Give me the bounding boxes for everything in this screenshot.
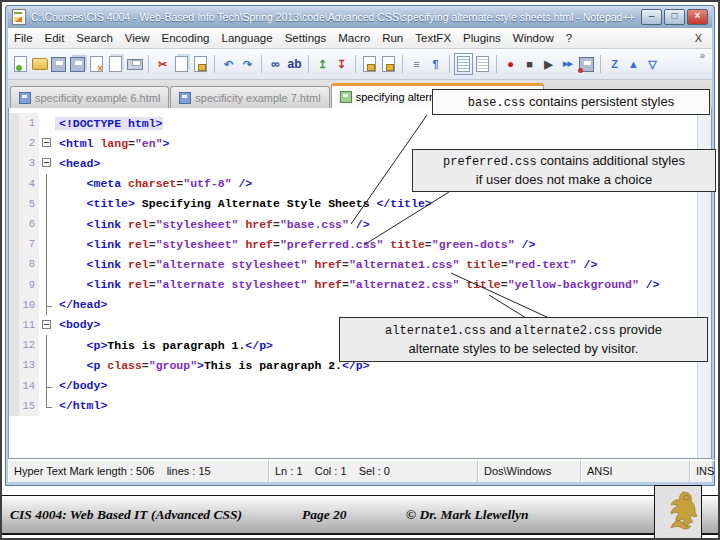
code-text: </html> xyxy=(55,399,107,412)
fold-margin xyxy=(39,214,55,234)
tab-1[interactable]: specificity example 6.html xyxy=(10,86,169,108)
save-icon[interactable] xyxy=(50,56,67,73)
fold-margin xyxy=(39,113,55,133)
footer-page-number: Page 20 xyxy=(302,496,347,533)
status-encoding: ANSI xyxy=(581,460,690,482)
menu-item-settings[interactable]: Settings xyxy=(279,32,333,44)
fold-corner xyxy=(46,387,52,388)
menu-item-plugins[interactable]: Plugins xyxy=(457,32,507,44)
readonly-doc-icon[interactable] xyxy=(361,56,378,73)
prev-bookmark-icon[interactable]: ↥ xyxy=(314,56,331,73)
code-text: <link rel="alternate stylesheet" href="a… xyxy=(55,278,660,291)
code-line: 5 <title> Specifying Alternate Style She… xyxy=(9,194,697,214)
maximize-button[interactable]: □ xyxy=(664,9,685,25)
code-line: 10</head> xyxy=(9,295,697,315)
footer-copyright: © Dr. Mark Llewellyn xyxy=(406,496,529,533)
copy-icon[interactable] xyxy=(173,56,190,73)
collapse-icon[interactable]: ▽ xyxy=(644,56,661,73)
sort-icon[interactable]: Z xyxy=(606,56,623,73)
code-line: 6 <link rel="stylesheet" href="base.css"… xyxy=(9,214,697,234)
menu-item-search[interactable]: Search xyxy=(70,32,118,44)
menu-item-run[interactable]: Run xyxy=(376,32,409,44)
save-all-icon[interactable] xyxy=(69,56,86,73)
fold-line xyxy=(46,234,47,254)
cut-icon[interactable]: ✂ xyxy=(154,56,171,73)
document-map-icon[interactable] xyxy=(455,56,472,73)
new-file-icon[interactable] xyxy=(12,56,29,73)
replace-icon[interactable]: ab xyxy=(286,56,303,73)
fold-collapse-icon[interactable] xyxy=(42,320,51,329)
toolbar: ✂↶↷∞ab↥↧≡¶●■▶▶▶Z▲▽» xyxy=(8,49,712,80)
ucf-pegasus-logo xyxy=(654,485,702,540)
fold-line xyxy=(46,214,47,234)
callout-preferred-css: preferred.css contains additional styles… xyxy=(412,149,716,192)
tab-label: specificity example 7.html xyxy=(195,92,320,104)
find-icon[interactable]: ∞ xyxy=(267,56,284,73)
fold-collapse-icon[interactable] xyxy=(42,158,51,167)
fold-margin xyxy=(39,355,55,375)
menu-item-macro[interactable]: Macro xyxy=(332,32,376,44)
code-line: 1<!DOCTYPE html> xyxy=(9,113,697,133)
fold-margin xyxy=(39,174,55,194)
menu-item-language[interactable]: Language xyxy=(215,32,278,44)
code-line: 7 <link rel="stylesheet" href="preferred… xyxy=(9,234,697,254)
code-text: <p class="group">This is paragraph 2.</p… xyxy=(55,359,370,372)
print-icon[interactable] xyxy=(126,56,143,73)
menu-item-encoding[interactable]: Encoding xyxy=(156,32,216,44)
open-file-icon[interactable] xyxy=(31,56,48,73)
fold-margin xyxy=(39,375,55,395)
line-number: 1 xyxy=(9,113,39,133)
minimize-button[interactable]: – xyxy=(641,9,662,25)
fold-margin xyxy=(39,315,55,335)
fold-margin xyxy=(39,234,55,254)
menu-item-window[interactable]: Window xyxy=(507,32,560,44)
notepadpp-window: C:\Courses\CIS 4004 - Web-Based Info Tec… xyxy=(5,5,715,486)
redo-icon[interactable]: ↷ xyxy=(239,56,256,73)
fold-collapse-icon[interactable] xyxy=(42,138,51,147)
line-number: 14 xyxy=(9,375,39,395)
fold-line xyxy=(46,254,47,274)
tab-2[interactable]: specificity example 7.html xyxy=(170,86,329,108)
record-macro-icon[interactable]: ● xyxy=(502,56,519,73)
run-macro-multiple-icon[interactable]: ▶▶ xyxy=(559,56,576,73)
fold-margin xyxy=(39,194,55,214)
menu-item-file[interactable]: File xyxy=(8,32,39,44)
file-icon xyxy=(179,92,191,104)
code-text: <body> xyxy=(55,318,100,331)
fold-corner xyxy=(46,407,52,408)
menu-item-textfx[interactable]: TextFX xyxy=(409,32,457,44)
function-list-icon[interactable] xyxy=(474,56,491,73)
code-text: <p>This is paragraph 1.</p> xyxy=(55,339,273,352)
file-icon xyxy=(340,91,352,103)
close-file-icon[interactable] xyxy=(88,56,105,73)
status-cursor-position: Ln : 1 Col : 1 Sel : 0 xyxy=(269,460,478,482)
undo-icon[interactable]: ↶ xyxy=(220,56,237,73)
show-symbols-icon[interactable]: ¶ xyxy=(427,56,444,73)
slide: C:\Courses\CIS 4004 - Web-Based Info Tec… xyxy=(0,0,720,540)
fold-margin xyxy=(39,254,55,274)
close-all-icon[interactable] xyxy=(107,56,124,73)
line-number: 6 xyxy=(9,214,39,234)
title-bar[interactable]: C:\Courses\CIS 4004 - Web-Based Info Tec… xyxy=(8,6,712,28)
next-bookmark-icon[interactable]: ↧ xyxy=(333,56,350,73)
line-number: 12 xyxy=(9,335,39,355)
code-text: <head> xyxy=(55,157,100,170)
menu-close-x[interactable]: X xyxy=(685,32,712,44)
toolbar-separator xyxy=(261,55,262,73)
stop-macro-icon[interactable]: ■ xyxy=(521,56,538,73)
toolbar-separator xyxy=(402,55,403,73)
toolbar-overflow-chevron[interactable]: » xyxy=(695,49,709,62)
sync-scroll-icon[interactable] xyxy=(380,56,397,73)
paste-icon[interactable] xyxy=(192,56,209,73)
play-macro-icon[interactable]: ▶ xyxy=(540,56,557,73)
menu-item-view[interactable]: View xyxy=(119,32,156,44)
code-text: </head> xyxy=(55,298,107,311)
word-wrap-icon[interactable]: ≡ xyxy=(408,56,425,73)
menu-item-help[interactable]: ? xyxy=(560,32,578,44)
close-button[interactable]: × xyxy=(687,9,708,25)
expand-icon[interactable]: ▲ xyxy=(625,56,642,73)
fold-corner xyxy=(46,306,52,307)
save-macro-icon[interactable] xyxy=(578,56,595,73)
line-number: 13 xyxy=(9,355,39,375)
menu-item-edit[interactable]: Edit xyxy=(39,32,71,44)
